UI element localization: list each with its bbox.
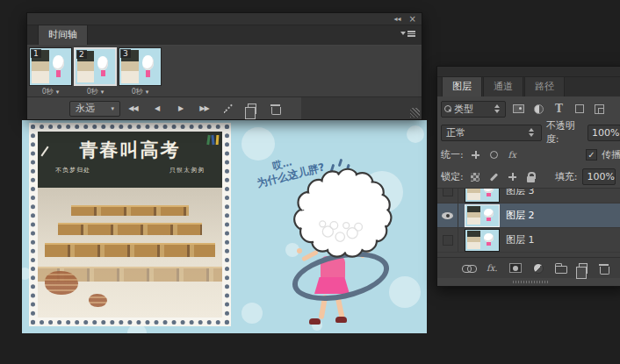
visibility-off-icon [443,188,453,196]
filter-shape-layers-icon[interactable] [572,102,587,116]
tab-paths[interactable]: 路径 [524,76,565,96]
fill-label: 填充: [555,170,578,183]
new-layer-icon[interactable] [579,263,588,274]
layers-tabrow: 图层 通道 路径 [437,77,620,96]
layer-name: 图层 2 [506,209,535,222]
unify-visibility-icon[interactable] [487,149,501,161]
tab-channels[interactable]: 通道 [483,76,523,96]
character-fluffy-head [287,168,396,261]
play-button[interactable]: ▶ [169,101,191,117]
frame-number: 1 [31,49,41,58]
layer-row-1[interactable]: 图层 1 [437,228,620,253]
timeline-panel: ◂◂ × 时间轴 1 0秒 ▾ [26,12,422,120]
first-frame-button[interactable]: ◀◀ [122,101,144,117]
unify-row: 统一: fx ✓ 传播 [437,144,620,166]
filter-kind-value: 类型 [454,103,473,116]
close-panel-icon[interactable]: × [409,16,416,23]
visibility-toggle[interactable] [437,188,458,203]
poster-artwork: 青春叫高考 不负梦归处 只恨太匆匆 [29,123,231,326]
tab-timeline-label: 时间轴 [48,29,77,40]
new-group-icon[interactable] [555,263,567,274]
previous-frame-button[interactable]: ◀ [146,101,168,117]
layer-row-3[interactable]: 图层 3 [437,188,620,203]
layer-thumbnail [465,204,500,227]
character-shoe-right [335,317,347,323]
opacity-value: 100% [592,127,619,139]
opacity-value-field[interactable]: 100% [588,125,620,141]
visibility-toggle[interactable] [437,228,458,252]
visibility-off-icon [443,235,453,246]
photoshop-workspace: 青春叫高考 不负梦归处 只恨太匆匆 哎… 为什么这儿 [0,0,620,364]
layer-style-fx-icon[interactable]: fx. [487,263,498,273]
filter-type-layers-icon[interactable]: T [552,102,566,116]
pencil-decoration [211,135,214,145]
propagate-frame-label: 传播 [602,148,620,161]
filter-pixel-layers-icon[interactable] [511,102,526,116]
frame-2-selected[interactable]: 2 0秒 ▾ [74,47,117,97]
layer-thumbnail [465,229,500,252]
duplicate-frame-button[interactable] [241,101,263,117]
tab-layers[interactable]: 图层 [442,76,482,96]
layer-thumbnail [465,188,500,203]
poster-subtitle-right: 只恨太匆匆 [169,166,205,175]
new-adjustment-layer-icon[interactable] [533,263,544,274]
opacity-label: 不透明度: [546,119,583,146]
frame-delay-value: 0秒 [42,87,54,96]
blend-opacity-row: 正常 不透明度: 100% [437,121,620,144]
dropdown-arrow-icon: ▾ [101,89,105,96]
fill-value-field[interactable]: 100% [582,168,616,185]
eye-icon [442,212,453,219]
panel-menu-icon[interactable] [400,31,415,37]
tab-paths-label: 路径 [535,81,554,92]
lock-all-icon[interactable] [524,171,537,183]
poster-chalkboard: 青春叫高考 不负梦归处 只恨太匆匆 [38,132,222,188]
layer-filter-row: 类型 T [437,96,620,121]
panel-resize-grip[interactable] [437,278,620,285]
desk-row [45,243,214,257]
poster-title: 青春叫高考 [38,138,222,162]
dropdown-arrow-icon: ▾ [111,105,114,112]
link-layers-icon[interactable] [462,265,475,272]
dropdown-arrow-icon: ▾ [146,89,149,96]
unify-position-icon[interactable] [469,149,482,161]
unify-style-icon[interactable]: fx [506,149,519,161]
tab-timeline[interactable]: 时间轴 [38,25,88,45]
bubble [242,127,275,161]
panel-resize-grip[interactable] [410,108,420,118]
timeline-tabrow: 时间轴 [27,25,422,45]
bubble [242,303,263,324]
delete-frame-button[interactable] [264,101,286,117]
timeline-controls-bar: 永远 ▾ ◀◀ ◀ ▶ ▶▶ [27,96,422,119]
add-layer-mask-icon[interactable] [509,263,522,273]
poster-subtitle-left: 不负梦归处 [55,166,90,175]
blend-mode-dropdown[interactable]: 正常 [441,125,542,141]
updown-arrows-icon [526,128,537,137]
frame-1[interactable]: 1 0秒 ▾ [29,47,72,97]
frame-delay-value: 0秒 [132,87,143,96]
brick-patch [45,271,78,295]
layer-row-2-selected[interactable]: 图层 2 [437,203,620,228]
lock-pixels-icon[interactable] [487,171,501,183]
delete-layer-icon[interactable] [599,262,609,274]
layer-name: 图层 3 [506,188,535,197]
filter-adjustment-layers-icon[interactable] [531,102,546,116]
tween-button[interactable] [217,101,239,117]
filter-kind-dropdown[interactable]: 类型 [441,101,506,118]
visibility-toggle[interactable] [437,203,458,227]
frame-number: 3 [120,49,131,58]
document-canvas[interactable]: 青春叫高考 不负梦归处 只恨太匆匆 哎… 为什么这儿 [22,120,427,333]
collapse-panel-icon[interactable]: ◂◂ [394,16,401,23]
loop-count-dropdown[interactable]: 永远 ▾ [69,101,120,117]
tab-layers-label: 图层 [452,81,472,92]
lock-position-icon[interactable] [506,171,519,183]
filter-smart-object-icon[interactable] [592,102,607,116]
frame-delay-value: 0秒 [87,87,98,96]
next-frame-button[interactable]: ▶▶ [193,101,215,117]
bubble [389,276,421,308]
layers-panel: 图层 通道 路径 类型 T 正常 [436,66,620,287]
lock-transparency-icon[interactable] [469,171,482,183]
poster-classroom [38,188,222,318]
propagate-frame-checkbox[interactable]: ✓ [586,149,597,161]
frame-3[interactable]: 3 0秒 ▾ [119,47,162,97]
layers-list: 图层 3 图层 2 图层 1 [437,188,620,257]
